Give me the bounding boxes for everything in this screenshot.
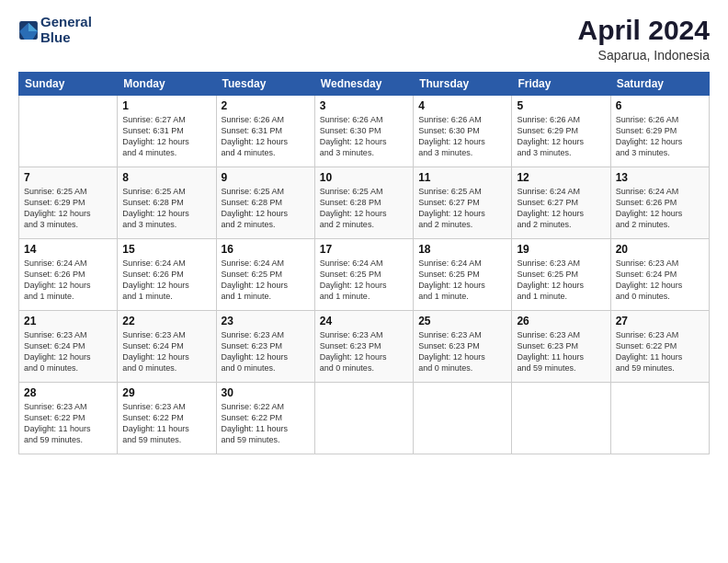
day-info: Sunrise: 6:23 AM Sunset: 6:24 PM Dayligh… <box>616 258 704 303</box>
day-number: 15 <box>122 243 210 256</box>
day-info: Sunrise: 6:23 AM Sunset: 6:23 PM Dayligh… <box>517 329 605 374</box>
day-number: 17 <box>320 243 408 256</box>
day-info: Sunrise: 6:24 AM Sunset: 6:25 PM Dayligh… <box>222 258 310 303</box>
day-number: 28 <box>24 386 112 399</box>
calendar-cell <box>19 96 118 167</box>
calendar-cell: 2Sunrise: 6:26 AM Sunset: 6:31 PM Daylig… <box>216 96 314 167</box>
day-number: 18 <box>418 243 506 256</box>
calendar-cell: 29Sunrise: 6:23 AM Sunset: 6:22 PM Dayli… <box>118 383 216 454</box>
day-info: Sunrise: 6:25 AM Sunset: 6:29 PM Dayligh… <box>24 186 112 231</box>
calendar-body: 1Sunrise: 6:27 AM Sunset: 6:31 PM Daylig… <box>19 96 710 454</box>
calendar-week-row: 7Sunrise: 6:25 AM Sunset: 6:29 PM Daylig… <box>19 167 710 239</box>
day-number: 1 <box>122 99 210 112</box>
calendar-cell: 24Sunrise: 6:23 AM Sunset: 6:23 PM Dayli… <box>314 311 413 383</box>
day-info: Sunrise: 6:24 AM Sunset: 6:25 PM Dayligh… <box>320 258 408 303</box>
day-info: Sunrise: 6:27 AM Sunset: 6:31 PM Dayligh… <box>122 114 210 159</box>
calendar-cell: 7Sunrise: 6:25 AM Sunset: 6:29 PM Daylig… <box>19 167 118 239</box>
day-info: Sunrise: 6:26 AM Sunset: 6:30 PM Dayligh… <box>418 114 506 159</box>
col-sunday: Sunday <box>19 73 118 96</box>
month-title: April 2024 <box>578 15 710 46</box>
col-monday: Monday <box>118 73 216 96</box>
calendar-header-row: Sunday Monday Tuesday Wednesday Thursday… <box>19 73 710 96</box>
day-info: Sunrise: 6:25 AM Sunset: 6:27 PM Dayligh… <box>418 186 506 231</box>
calendar-week-row: 1Sunrise: 6:27 AM Sunset: 6:31 PM Daylig… <box>19 96 710 167</box>
subtitle: Saparua, Indonesia <box>578 48 710 63</box>
day-number: 11 <box>418 171 506 184</box>
day-number: 25 <box>418 315 506 327</box>
day-number: 23 <box>222 315 310 327</box>
calendar-cell: 8Sunrise: 6:25 AM Sunset: 6:28 PM Daylig… <box>118 167 216 239</box>
col-saturday: Saturday <box>610 73 709 96</box>
calendar-cell: 9Sunrise: 6:25 AM Sunset: 6:28 PM Daylig… <box>216 167 314 239</box>
calendar-cell: 3Sunrise: 6:26 AM Sunset: 6:30 PM Daylig… <box>314 96 413 167</box>
day-info: Sunrise: 6:23 AM Sunset: 6:24 PM Dayligh… <box>122 329 210 374</box>
day-info: Sunrise: 6:23 AM Sunset: 6:22 PM Dayligh… <box>122 401 210 446</box>
col-thursday: Thursday <box>414 73 512 96</box>
day-info: Sunrise: 6:25 AM Sunset: 6:28 PM Dayligh… <box>320 186 408 231</box>
day-info: Sunrise: 6:23 AM Sunset: 6:23 PM Dayligh… <box>418 329 506 374</box>
day-info: Sunrise: 6:26 AM Sunset: 6:31 PM Dayligh… <box>222 114 310 159</box>
calendar-cell: 21Sunrise: 6:23 AM Sunset: 6:24 PM Dayli… <box>19 311 118 383</box>
calendar-cell: 23Sunrise: 6:23 AM Sunset: 6:23 PM Dayli… <box>216 311 314 383</box>
calendar-cell: 5Sunrise: 6:26 AM Sunset: 6:29 PM Daylig… <box>512 96 610 167</box>
calendar-cell: 1Sunrise: 6:27 AM Sunset: 6:31 PM Daylig… <box>118 96 216 167</box>
day-number: 5 <box>517 99 605 112</box>
day-number: 19 <box>517 243 605 256</box>
day-number: 22 <box>122 315 210 327</box>
page: General Blue April 2024 Saparua, Indones… <box>0 0 728 563</box>
day-number: 20 <box>616 243 704 256</box>
day-number: 21 <box>24 315 112 327</box>
day-info: Sunrise: 6:24 AM Sunset: 6:25 PM Dayligh… <box>418 258 506 303</box>
day-info: Sunrise: 6:26 AM Sunset: 6:30 PM Dayligh… <box>320 114 408 159</box>
calendar-cell: 22Sunrise: 6:23 AM Sunset: 6:24 PM Dayli… <box>118 311 216 383</box>
calendar-cell: 25Sunrise: 6:23 AM Sunset: 6:23 PM Dayli… <box>414 311 512 383</box>
calendar-cell: 10Sunrise: 6:25 AM Sunset: 6:28 PM Dayli… <box>314 167 413 239</box>
calendar-cell: 11Sunrise: 6:25 AM Sunset: 6:27 PM Dayli… <box>414 167 512 239</box>
day-info: Sunrise: 6:23 AM Sunset: 6:22 PM Dayligh… <box>616 329 704 374</box>
calendar-cell: 16Sunrise: 6:24 AM Sunset: 6:25 PM Dayli… <box>216 239 314 311</box>
day-number: 14 <box>24 243 112 256</box>
day-number: 2 <box>222 99 310 112</box>
day-info: Sunrise: 6:26 AM Sunset: 6:29 PM Dayligh… <box>517 114 605 159</box>
col-friday: Friday <box>512 73 610 96</box>
day-number: 7 <box>24 171 112 184</box>
day-info: Sunrise: 6:25 AM Sunset: 6:28 PM Dayligh… <box>122 186 210 231</box>
calendar-cell: 15Sunrise: 6:24 AM Sunset: 6:26 PM Dayli… <box>118 239 216 311</box>
calendar-cell: 18Sunrise: 6:24 AM Sunset: 6:25 PM Dayli… <box>414 239 512 311</box>
day-number: 27 <box>616 315 704 327</box>
day-info: Sunrise: 6:24 AM Sunset: 6:26 PM Dayligh… <box>616 186 704 231</box>
logo-text: General Blue <box>40 15 92 45</box>
title-block: April 2024 Saparua, Indonesia <box>578 15 710 63</box>
calendar-cell <box>314 383 413 454</box>
day-info: Sunrise: 6:23 AM Sunset: 6:22 PM Dayligh… <box>24 401 112 446</box>
day-number: 3 <box>320 99 408 112</box>
calendar-week-row: 28Sunrise: 6:23 AM Sunset: 6:22 PM Dayli… <box>19 383 710 454</box>
calendar-cell: 6Sunrise: 6:26 AM Sunset: 6:29 PM Daylig… <box>610 96 709 167</box>
calendar-cell: 26Sunrise: 6:23 AM Sunset: 6:23 PM Dayli… <box>512 311 610 383</box>
col-tuesday: Tuesday <box>216 73 314 96</box>
logo: General Blue <box>18 15 92 45</box>
calendar-cell <box>414 383 512 454</box>
calendar-cell: 28Sunrise: 6:23 AM Sunset: 6:22 PM Dayli… <box>19 383 118 454</box>
calendar-cell: 17Sunrise: 6:24 AM Sunset: 6:25 PM Dayli… <box>314 239 413 311</box>
day-info: Sunrise: 6:25 AM Sunset: 6:28 PM Dayligh… <box>222 186 310 231</box>
day-info: Sunrise: 6:23 AM Sunset: 6:23 PM Dayligh… <box>320 329 408 374</box>
calendar-cell <box>610 383 709 454</box>
day-number: 13 <box>616 171 704 184</box>
calendar-table: Sunday Monday Tuesday Wednesday Thursday… <box>18 72 710 454</box>
calendar-cell: 30Sunrise: 6:22 AM Sunset: 6:22 PM Dayli… <box>216 383 314 454</box>
day-number: 12 <box>517 171 605 184</box>
day-info: Sunrise: 6:24 AM Sunset: 6:26 PM Dayligh… <box>122 258 210 303</box>
day-number: 9 <box>222 171 310 184</box>
day-number: 26 <box>517 315 605 327</box>
day-number: 4 <box>418 99 506 112</box>
calendar-cell <box>512 383 610 454</box>
day-info: Sunrise: 6:26 AM Sunset: 6:29 PM Dayligh… <box>616 114 704 159</box>
day-info: Sunrise: 6:23 AM Sunset: 6:24 PM Dayligh… <box>24 329 112 374</box>
day-number: 10 <box>320 171 408 184</box>
calendar-cell: 4Sunrise: 6:26 AM Sunset: 6:30 PM Daylig… <box>414 96 512 167</box>
calendar-cell: 14Sunrise: 6:24 AM Sunset: 6:26 PM Dayli… <box>19 239 118 311</box>
calendar-week-row: 21Sunrise: 6:23 AM Sunset: 6:24 PM Dayli… <box>19 311 710 383</box>
logo-icon <box>18 20 39 40</box>
header: General Blue April 2024 Saparua, Indones… <box>18 15 710 63</box>
